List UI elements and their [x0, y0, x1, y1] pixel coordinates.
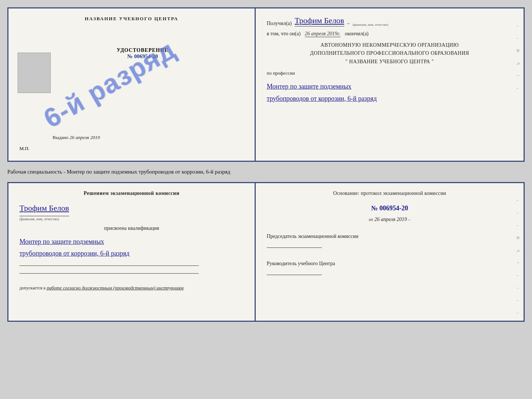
date-prefix: в том, что он(а) — [267, 31, 301, 36]
cert-id-label: УДОСТОВЕРЕНИЕ — [117, 47, 168, 53]
certificate-top: НАЗВАНИЕ УЧЕБНОГО ЦЕНТРА УДОСТОВЕРЕНИЕ №… — [7, 7, 525, 162]
cert-bottom-left: Решением экзаменационной комиссии Трофим… — [8, 183, 256, 321]
line-sep-2 — [19, 273, 199, 274]
from-label: от — [369, 217, 373, 222]
top-right-margin-marks: – – И ,а ← – — [517, 23, 521, 90]
qualification-handwritten: Монтер по защите подземных трубопроводов… — [19, 236, 244, 260]
bottom-right-margin-marks: – – – И ,а ← – – – – — [517, 198, 521, 315]
cert-left-panel: НАЗВАНИЕ УЧЕБНОГО ЦЕНТРА УДОСТОВЕРЕНИЕ №… — [8, 8, 256, 161]
profession-line1: Монтер по защите подземных — [267, 81, 513, 92]
finished-label: окончил(а) — [345, 31, 369, 36]
from-dash: – — [408, 217, 411, 222]
issued-label: Выдано — [53, 135, 68, 140]
mp-label: М.П. — [19, 146, 29, 152]
cert-right-panel: Получил(а) Трофим Белов – (фамилия, имя,… — [256, 8, 524, 161]
org-line2: ДОПОЛНИТЕЛЬНОГО ПРОФЕССИОНАЛЬНОГО ОБРАЗО… — [267, 49, 513, 57]
chairman-title: Председатель экзаменационной комиссии — [267, 232, 513, 240]
org-line1: АВТОНОМНУЮ НЕКОММЕРЧЕСКУЮ ОРГАНИЗАЦИЮ — [267, 41, 513, 49]
director-signature-line — [267, 275, 322, 275]
from-block: от 26 апреля 2019 – — [267, 217, 513, 222]
line-sep-1 — [19, 266, 199, 266]
person-block: Трофим Белов (фамилия, имя, отчество) — [19, 201, 244, 221]
profession-handwritten: Монтер по защите подземных трубопроводов… — [267, 81, 513, 104]
director-title: Руководитель учебного Центра — [267, 260, 513, 267]
chairman-block: Председатель экзаменационной комиссии — [267, 232, 513, 248]
bottom-person-name: Трофим Белов — [19, 201, 69, 217]
admission-prefix: допускается к — [19, 285, 46, 291]
photo-placeholder — [18, 53, 51, 93]
chairman-signature-line — [267, 247, 322, 248]
date-line: в том, что он(а) 26 апреля 2019г. окончи… — [267, 31, 513, 37]
basis-text: Основание: протокол экзаменационной коми… — [267, 190, 513, 196]
issued-date-value: 26 апреля 2019 — [70, 135, 100, 140]
bottom-person-sublabel: (фамилия, имя, отчество) — [19, 217, 59, 221]
top-training-center-title: НАЗВАНИЕ УЧЕБНОГО ЦЕНТРА — [85, 16, 179, 22]
recipient-line: Получил(а) Трофим Белов – (фамилия, имя,… — [267, 16, 513, 26]
admission-block: допускается к работе согласно должностны… — [19, 285, 244, 291]
recipient-name: Трофим Белов — [295, 16, 344, 26]
recipient-dash: – — [347, 21, 350, 26]
stamp-diagonal: 6-й разряд — [45, 19, 174, 148]
org-info: АВТОНОМНУЮ НЕКОММЕРЧЕСКУЮ ОРГАНИЗАЦИЮ ДО… — [267, 41, 513, 66]
profession-label: по профессии — [267, 70, 513, 76]
cert-id-number: № 006954-20 — [117, 53, 168, 60]
director-block: Руководитель учебного Центра — [267, 260, 513, 275]
issued-date: Выдано 26 апреля 2019 — [53, 135, 100, 140]
cert-id-block: УДОСТОВЕРЕНИЕ № 006954-20 — [117, 47, 168, 60]
date-value: 26 апреля 2019г. — [305, 31, 341, 37]
protocol-number: № 006954-20 — [371, 204, 408, 212]
page-wrapper: НАЗВАНИЕ УЧЕБНОГО ЦЕНТРА УДОСТОВЕРЕНИЕ №… — [7, 7, 525, 322]
qual-line1: Монтер по защите подземных — [19, 236, 244, 247]
org-line3: " НАЗВАНИЕ УЧЕБНОГО ЦЕНТРА " — [267, 58, 513, 66]
from-date: 26 апреля 2019 — [374, 217, 407, 222]
middle-text: Рабочая специальность - Монтер по защите… — [7, 165, 525, 178]
qual-line2: трубопроводов от коррозии, 6-й разряд — [19, 247, 244, 259]
decision-text: Решением экзаменационной комиссии — [19, 190, 244, 196]
cert-bottom-right: Основание: протокол экзаменационной коми… — [256, 183, 524, 321]
recipient-sublabel: (фамилия, имя, отчество) — [353, 23, 388, 26]
received-prefix: Получил(а) — [267, 21, 292, 26]
certificate-bottom: Решением экзаменационной комиссии Трофим… — [7, 182, 525, 322]
qualification-prefix: присвоена квалификация — [19, 225, 244, 231]
profession-line2: трубопроводов от коррозии, 6-й разряд — [267, 93, 513, 104]
admission-text: работе согласно должностным (производств… — [47, 285, 183, 291]
protocol-block: № 006954-20 — [267, 204, 513, 212]
